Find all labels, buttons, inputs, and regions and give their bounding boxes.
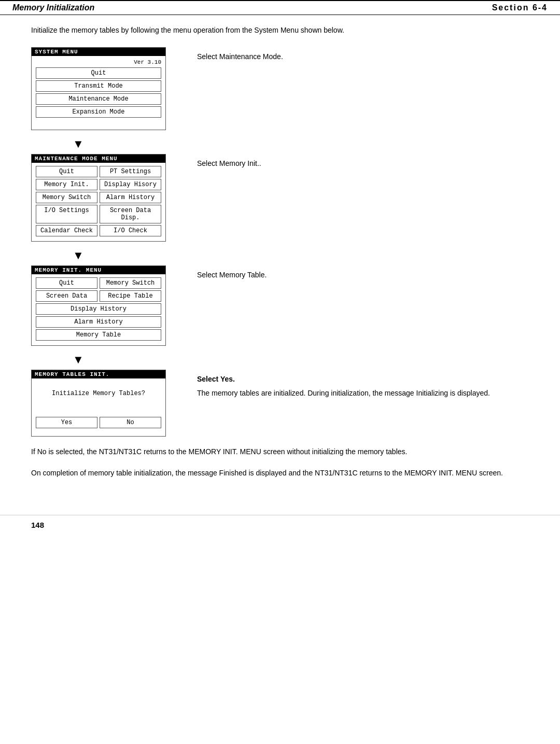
left-title: Memory Initialization [12, 3, 94, 12]
system-menu-title: SYSTEM MENU [32, 48, 165, 56]
yes-btn[interactable]: Yes [36, 417, 97, 428]
maintenance-menu-box: MAINTENANCE MODE MENU Quit PT Settings M… [31, 154, 166, 242]
step-4-description-normal: The memory tables are initialized. Durin… [197, 388, 529, 399]
maintenance-row-2: Memory Init. Display Hisory [36, 179, 161, 190]
pt-settings-btn[interactable]: PT Settings [100, 166, 161, 177]
maintenance-menu-title: MAINTENANCE MODE MENU [32, 155, 165, 163]
step-4-description-bold: Select Yes. [197, 374, 529, 385]
step-4-desc: Select Yes. The memory tables are initia… [197, 370, 529, 402]
quit-btn-3[interactable]: Quit [36, 277, 97, 289]
step-3-description: Select Memory Table. [197, 270, 529, 280]
arrow-3: ▼ [31, 353, 529, 367]
step-3-desc: Select Memory Table. [197, 265, 529, 284]
arrow-down-icon-3: ▼ [73, 353, 84, 367]
step-2-description: Select Memory Init.. [197, 158, 529, 169]
step-2-row: MAINTENANCE MODE MENU Quit PT Settings M… [31, 154, 529, 242]
screen-data-btn[interactable]: Screen Data [36, 290, 97, 302]
page-footer: 148 [0, 515, 560, 535]
memory-tables-init-box: MEMORY TABLES INIT. Initialize Memory Ta… [31, 370, 166, 437]
maintenance-row-3: Memory Switch Alarm History [36, 192, 161, 203]
step-2-diagram: MAINTENANCE MODE MENU Quit PT Settings M… [31, 154, 181, 242]
quit-btn-2[interactable]: Quit [36, 166, 97, 177]
alarm-history-btn-1[interactable]: Alarm History [100, 192, 161, 203]
page-number: 148 [31, 521, 44, 529]
system-menu-version: Ver 3.10 [36, 59, 161, 65]
memory-init-btn[interactable]: Memory Init. [36, 179, 97, 190]
maintenance-menu-body: Quit PT Settings Memory Init. Display Hi… [32, 163, 165, 241]
calendar-check-btn[interactable]: Calendar Check [36, 225, 97, 236]
io-settings-btn[interactable]: I/O Settings [36, 205, 97, 223]
yes-no-row: Yes No [36, 417, 161, 428]
footer-text-2: On completion of memory table initializa… [31, 467, 529, 479]
arrow-1: ▼ [31, 137, 529, 151]
page-header: Memory Initialization Section 6-4 [0, 0, 560, 15]
maintenance-row-1: Quit PT Settings [36, 166, 161, 177]
display-hisory-btn[interactable]: Display Hisory [100, 179, 161, 190]
memory-init-menu-box: MEMORY INIT. MENU Quit Memory Switch Scr… [31, 265, 166, 346]
memory-table-btn[interactable]: Memory Table [36, 329, 161, 341]
init-prompt-text: Initialize Memory Tables? [36, 382, 161, 401]
intro-paragraph: Initialize the memory tables by followin… [31, 24, 529, 36]
memory-switch-btn[interactable]: Memory Switch [36, 192, 97, 203]
step-4-diagram: MEMORY TABLES INIT. Initialize Memory Ta… [31, 370, 181, 437]
memory-tables-init-body: Initialize Memory Tables? Yes No [32, 378, 165, 436]
system-menu-box: SYSTEM MENU Ver 3.10 Quit Transmit Mode … [31, 47, 166, 130]
footer-paragraph-1: If No is selected, the NT31/NT31C return… [31, 446, 529, 457]
arrow-down-icon-1: ▼ [73, 137, 84, 151]
maintenance-row-4: I/O Settings Screen Data Disp. [36, 205, 161, 223]
arrow-down-icon-2: ▼ [73, 249, 84, 262]
transmit-mode-btn[interactable]: Transmit Mode [36, 80, 161, 92]
no-btn[interactable]: No [100, 417, 161, 428]
memory-init-row-1: Quit Memory Switch [36, 277, 161, 289]
screen-data-disp-btn[interactable]: Screen Data Disp. [100, 205, 161, 223]
step-4-row: MEMORY TABLES INIT. Initialize Memory Ta… [31, 370, 529, 437]
step-1-desc: Select Maintenance Mode. [197, 47, 529, 65]
step-3-diagram: MEMORY INIT. MENU Quit Memory Switch Scr… [31, 265, 181, 346]
system-menu-body: Ver 3.10 Quit Transmit Mode Maintenance … [32, 56, 165, 130]
display-history-btn[interactable]: Display History [36, 303, 161, 315]
footer-text-1: If No is selected, the NT31/NT31C return… [31, 446, 529, 457]
quit-btn-1[interactable]: Quit [36, 67, 161, 79]
maintenance-mode-btn[interactable]: Maintenance Mode [36, 93, 161, 105]
memory-init-row-2: Screen Data Recipe Table [36, 290, 161, 302]
step-1-description: Select Maintenance Mode. [197, 51, 529, 62]
step-2-desc: Select Memory Init.. [197, 154, 529, 172]
io-check-btn[interactable]: I/O Check [100, 225, 161, 236]
right-title: Section 6-4 [492, 3, 548, 12]
maintenance-row-5: Calendar Check I/O Check [36, 225, 161, 236]
footer-paragraph-2: On completion of memory table initializa… [31, 467, 529, 479]
step-1-row: SYSTEM MENU Ver 3.10 Quit Transmit Mode … [31, 47, 529, 130]
main-content: Initialize the memory tables by followin… [0, 24, 560, 499]
expansion-mode-btn[interactable]: Expansion Mode [36, 106, 161, 118]
arrow-2: ▼ [31, 249, 529, 262]
step-3-row: MEMORY INIT. MENU Quit Memory Switch Scr… [31, 265, 529, 346]
memory-switch-btn-2[interactable]: Memory Switch [100, 277, 161, 289]
memory-tables-init-title: MEMORY TABLES INIT. [32, 370, 165, 378]
memory-init-menu-body: Quit Memory Switch Screen Data Recipe Ta… [32, 274, 165, 345]
alarm-history-btn-2[interactable]: Alarm History [36, 316, 161, 328]
memory-init-menu-title: MEMORY INIT. MENU [32, 266, 165, 274]
step-1-diagram: SYSTEM MENU Ver 3.10 Quit Transmit Mode … [31, 47, 181, 130]
recipe-table-btn[interactable]: Recipe Table [100, 290, 161, 302]
